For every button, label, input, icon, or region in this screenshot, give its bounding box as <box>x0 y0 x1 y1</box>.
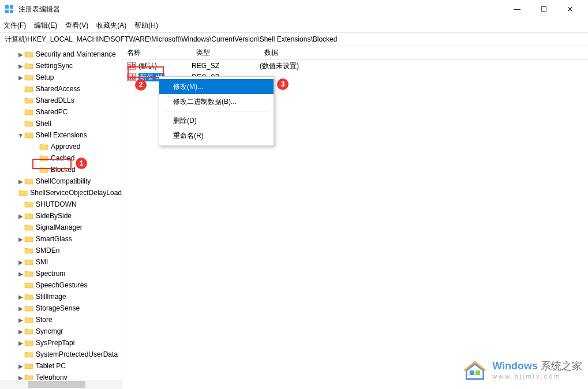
content: ▶Security and Maintenance▶SettingSync▶Se… <box>0 46 588 389</box>
watermark: Windows 系统之家 www.bjjmlv.com <box>462 357 582 382</box>
folder-icon <box>24 258 33 266</box>
folder-icon <box>24 304 33 312</box>
folder-icon <box>24 200 33 208</box>
expand-icon[interactable]: ▶ <box>17 213 24 219</box>
svg-text:ab: ab <box>128 62 136 70</box>
tree-item-label: SharedPC <box>36 108 68 116</box>
tree-item[interactable]: ▶SettingSync <box>0 60 122 72</box>
tree-item[interactable]: ▶SysPrepTapi <box>0 337 122 349</box>
folder-icon <box>39 143 48 151</box>
tree-item[interactable]: Cached <box>0 152 122 164</box>
tree-item[interactable]: Shell <box>0 118 122 129</box>
menu-edit[interactable]: 编辑(E) <box>34 21 57 31</box>
list-pane[interactable]: 名称 类型 数据 ab(默认)REG_SZ(数值未设置)ab新值 #1REG_S… <box>122 46 588 389</box>
tree-item-label: SystemProtectedUserData <box>36 350 118 358</box>
col-data[interactable]: 数据 <box>260 48 588 58</box>
tree-item-label: Spectrum <box>36 270 65 278</box>
tree-item[interactable]: SignalManager <box>0 222 122 233</box>
expand-icon[interactable]: ▶ <box>17 305 24 312</box>
expand-icon[interactable]: ▶ <box>17 236 24 242</box>
watermark-text-2: www.bjjmlv.com <box>492 373 582 380</box>
tree-item[interactable]: ▶Syncmgr <box>0 326 122 337</box>
value-data: (数值未设置) <box>260 61 299 71</box>
expand-icon[interactable]: ▶ <box>17 294 24 300</box>
tree-item-label: StillImage <box>36 293 66 301</box>
window-buttons: — ☐ ✕ <box>504 0 583 18</box>
collapse-icon[interactable]: ▼ <box>17 132 24 139</box>
callout-badge-1: 1 <box>76 158 87 169</box>
tree-item[interactable]: ▶SmartGlass <box>0 233 122 245</box>
expand-icon[interactable]: ▶ <box>17 51 24 58</box>
expand-icon[interactable]: ▶ <box>17 74 24 81</box>
ctx-delete[interactable]: 删除(D) <box>159 113 274 128</box>
tree-item[interactable]: SharedPC <box>0 106 122 118</box>
value-row[interactable]: ab(默认)REG_SZ(数值未设置) <box>122 60 588 72</box>
folder-icon <box>24 85 33 93</box>
address-bar[interactable]: 计算机\HKEY_LOCAL_MACHINE\SOFTWARE\Microsof… <box>0 32 588 46</box>
folder-icon <box>24 212 33 220</box>
folder-icon <box>24 362 33 370</box>
tree-item-label: SettingSync <box>36 62 73 70</box>
folder-icon <box>24 62 33 70</box>
tree-item-label: StorageSense <box>36 304 80 312</box>
expand-icon[interactable]: ▶ <box>17 340 24 346</box>
tree-item[interactable]: ▶StorageSense <box>0 302 122 314</box>
tree-item-label: SmartGlass <box>36 235 72 243</box>
tree-item[interactable]: SharedAccess <box>0 83 122 95</box>
tree-item[interactable]: ▶SMI <box>0 256 122 268</box>
tree-pane[interactable]: ▶Security and Maintenance▶SettingSync▶Se… <box>0 46 122 389</box>
tree-item[interactable]: ▶Security and Maintenance <box>0 48 122 60</box>
close-button[interactable]: ✕ <box>557 0 583 18</box>
svg-rect-9 <box>475 371 480 375</box>
tree-hscrollbar[interactable] <box>0 380 122 389</box>
menu-view[interactable]: 查看(V) <box>65 21 88 31</box>
folder-icon <box>24 96 33 104</box>
tree-item[interactable]: SMDEn <box>0 245 122 256</box>
tree-item[interactable]: SpeechGestures <box>0 279 122 291</box>
regedit-icon <box>5 5 14 14</box>
watermark-text-1b: 系统之家 <box>538 360 582 372</box>
folder-icon <box>24 235 33 243</box>
callout-badge-2: 2 <box>135 79 147 91</box>
tree-item[interactable]: Blocked <box>0 164 122 175</box>
expand-icon[interactable]: ▶ <box>17 259 24 265</box>
menu-favorites[interactable]: 收藏夹(A) <box>96 21 126 31</box>
tree-item[interactable]: ShellServiceObjectDelayLoad <box>0 187 122 199</box>
tree-item[interactable]: Approved <box>0 141 122 152</box>
tree-item[interactable]: ▶Setup <box>0 72 122 83</box>
tree-item[interactable]: SHUTDOWN <box>0 199 122 210</box>
string-value-icon: ab <box>127 73 136 82</box>
expand-icon[interactable]: ▶ <box>17 328 24 335</box>
svg-rect-8 <box>470 371 474 375</box>
expand-icon[interactable]: ▶ <box>17 178 24 185</box>
folder-icon <box>24 339 33 347</box>
maximize-button[interactable]: ☐ <box>530 0 557 18</box>
ctx-modify-binary[interactable]: 修改二进制数据(B)... <box>159 94 274 109</box>
tree-item-label: SHUTDOWN <box>36 200 77 208</box>
tree-item[interactable]: ▶Store <box>0 314 122 326</box>
expand-icon[interactable]: ▶ <box>17 317 24 323</box>
folder-icon <box>24 108 33 116</box>
expand-icon[interactable]: ▶ <box>17 271 24 277</box>
tree-item[interactable]: ▶Tablet PC <box>0 360 122 372</box>
expand-icon[interactable]: ▶ <box>17 63 24 69</box>
folder-icon <box>18 189 28 197</box>
ctx-modify[interactable]: 修改(M)... <box>159 79 274 94</box>
minimize-button[interactable]: — <box>504 0 530 18</box>
tree-item[interactable]: ▶SideBySide <box>0 210 122 222</box>
col-type[interactable]: 类型 <box>192 48 260 58</box>
folder-icon <box>24 281 33 289</box>
tree-item-label: ShellCompatibility <box>36 177 91 185</box>
menu-help[interactable]: 帮助(H) <box>134 21 158 31</box>
menu-file[interactable]: 文件(F) <box>3 21 26 31</box>
svg-rect-1 <box>10 5 13 9</box>
tree-item[interactable]: SystemProtectedUserData <box>0 349 122 360</box>
tree-item[interactable]: ▶StillImage <box>0 291 122 302</box>
tree-item[interactable]: ▼Shell Extensions <box>0 129 122 141</box>
tree-item[interactable]: SharedDLLs <box>0 95 122 106</box>
ctx-rename[interactable]: 重命名(R) <box>159 128 274 143</box>
tree-item[interactable]: ▶Spectrum <box>0 268 122 279</box>
tree-item[interactable]: ▶ShellCompatibility <box>0 175 122 187</box>
col-name[interactable]: 名称 <box>122 48 192 58</box>
expand-icon[interactable]: ▶ <box>17 363 24 369</box>
